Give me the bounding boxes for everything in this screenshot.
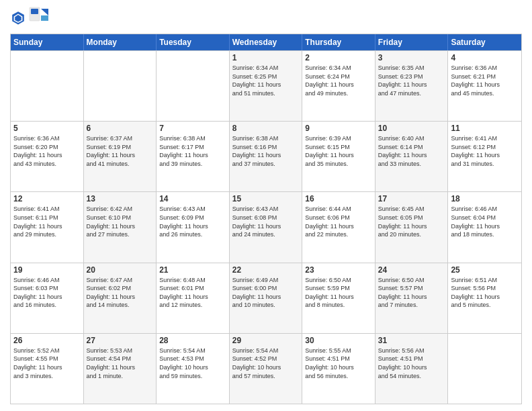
calendar-cell-6: 6Sunrise: 6:37 AM Sunset: 6:19 PM Daylig…	[84, 122, 157, 191]
day-number: 15	[232, 194, 300, 203]
day-number: 24	[378, 265, 445, 275]
calendar-cell-10: 10Sunrise: 6:40 AM Sunset: 6:14 PM Dayli…	[375, 122, 449, 191]
day-number: 16	[305, 194, 372, 203]
cell-info: Sunrise: 6:36 AM Sunset: 6:21 PM Dayligh…	[451, 64, 519, 97]
day-number: 21	[159, 265, 226, 275]
cell-info: Sunrise: 6:38 AM Sunset: 6:16 PM Dayligh…	[232, 134, 300, 168]
logo-svg	[29, 7, 50, 28]
day-number: 20	[87, 265, 154, 275]
calendar-cell-2: 2Sunrise: 6:34 AM Sunset: 6:24 PM Daylig…	[302, 51, 375, 121]
day-number: 31	[378, 336, 445, 345]
day-number: 26	[13, 336, 81, 345]
calendar-cell-19: 19Sunrise: 6:46 AM Sunset: 6:03 PM Dayli…	[11, 263, 84, 333]
calendar-cell-14: 14Sunrise: 6:43 AM Sunset: 6:09 PM Dayli…	[157, 192, 230, 262]
day-number: 12	[13, 194, 81, 203]
cell-info: Sunrise: 5:53 AM Sunset: 4:54 PM Dayligh…	[87, 347, 154, 380]
calendar-cell-3: 3Sunrise: 6:35 AM Sunset: 6:23 PM Daylig…	[375, 51, 449, 121]
day-number: 7	[159, 124, 226, 133]
calendar-cell-20: 20Sunrise: 6:47 AM Sunset: 6:02 PM Dayli…	[84, 263, 157, 333]
day-number: 19	[13, 265, 81, 275]
cell-info: Sunrise: 6:44 AM Sunset: 6:06 PM Dayligh…	[305, 205, 372, 238]
day-number: 18	[451, 194, 519, 203]
cell-info: Sunrise: 6:48 AM Sunset: 6:01 PM Dayligh…	[159, 276, 226, 310]
calendar-cell-12: 12Sunrise: 6:41 AM Sunset: 6:11 PM Dayli…	[11, 192, 84, 262]
cell-info: Sunrise: 6:51 AM Sunset: 5:56 PM Dayligh…	[451, 276, 519, 310]
header	[10, 7, 522, 28]
day-header-tuesday: Tuesday	[157, 34, 230, 50]
cell-info: Sunrise: 6:40 AM Sunset: 6:14 PM Dayligh…	[378, 134, 445, 168]
calendar-cell-15: 15Sunrise: 6:43 AM Sunset: 6:08 PM Dayli…	[230, 192, 303, 262]
day-header-saturday: Saturday	[448, 34, 521, 50]
calendar-cell-26: 26Sunrise: 5:52 AM Sunset: 4:55 PM Dayli…	[11, 334, 84, 404]
day-number: 17	[378, 194, 445, 203]
cell-info: Sunrise: 6:49 AM Sunset: 6:00 PM Dayligh…	[232, 276, 300, 310]
calendar-cell-9: 9Sunrise: 6:39 AM Sunset: 6:15 PM Daylig…	[302, 122, 375, 191]
calendar-cell-17: 17Sunrise: 6:45 AM Sunset: 6:05 PM Dayli…	[375, 192, 449, 262]
day-number: 6	[87, 124, 154, 133]
cell-info: Sunrise: 6:34 AM Sunset: 6:25 PM Dayligh…	[232, 64, 300, 97]
calendar-cell-25: 25Sunrise: 6:51 AM Sunset: 5:56 PM Dayli…	[448, 263, 521, 333]
day-number: 8	[232, 124, 300, 133]
calendar-cell-empty-0-2	[157, 51, 230, 121]
day-number: 5	[13, 124, 81, 133]
day-number: 10	[378, 124, 445, 133]
calendar-cell-23: 23Sunrise: 6:50 AM Sunset: 5:59 PM Dayli…	[302, 263, 375, 333]
calendar-cell-7: 7Sunrise: 6:38 AM Sunset: 6:17 PM Daylig…	[157, 122, 230, 191]
logo	[10, 7, 52, 28]
cell-info: Sunrise: 5:54 AM Sunset: 4:53 PM Dayligh…	[159, 347, 226, 380]
cell-info: Sunrise: 5:52 AM Sunset: 4:55 PM Dayligh…	[13, 347, 81, 380]
svg-rect-5	[31, 9, 38, 14]
day-number: 14	[159, 194, 226, 203]
calendar-cell-18: 18Sunrise: 6:46 AM Sunset: 6:04 PM Dayli…	[448, 192, 521, 262]
cell-info: Sunrise: 6:46 AM Sunset: 6:03 PM Dayligh…	[13, 276, 81, 310]
cell-info: Sunrise: 6:34 AM Sunset: 6:24 PM Dayligh…	[305, 64, 372, 97]
calendar-cell-1: 1Sunrise: 6:34 AM Sunset: 6:25 PM Daylig…	[230, 51, 303, 121]
calendar-cell-16: 16Sunrise: 6:44 AM Sunset: 6:06 PM Dayli…	[302, 192, 375, 262]
calendar-row-2: 12Sunrise: 6:41 AM Sunset: 6:11 PM Dayli…	[11, 191, 521, 262]
calendar-cell-empty-0-1	[84, 51, 157, 121]
day-number: 25	[451, 265, 519, 275]
cell-info: Sunrise: 6:45 AM Sunset: 6:05 PM Dayligh…	[378, 205, 445, 238]
day-header-monday: Monday	[84, 34, 157, 50]
day-number: 4	[451, 53, 519, 62]
day-header-friday: Friday	[375, 34, 449, 50]
cell-info: Sunrise: 6:42 AM Sunset: 6:10 PM Dayligh…	[87, 205, 154, 238]
day-number: 13	[87, 194, 154, 203]
cell-info: Sunrise: 6:50 AM Sunset: 5:57 PM Dayligh…	[378, 276, 445, 310]
cell-info: Sunrise: 6:36 AM Sunset: 6:20 PM Dayligh…	[13, 134, 81, 168]
day-number: 9	[305, 124, 372, 133]
calendar-cell-21: 21Sunrise: 6:48 AM Sunset: 6:01 PM Dayli…	[157, 263, 230, 333]
cell-info: Sunrise: 6:37 AM Sunset: 6:19 PM Dayligh…	[87, 134, 154, 168]
page: SundayMondayTuesdayWednesdayThursdayFrid…	[0, 0, 532, 411]
logo-text	[29, 7, 52, 28]
calendar-body: 1Sunrise: 6:34 AM Sunset: 6:25 PM Daylig…	[11, 50, 521, 404]
day-number: 11	[451, 124, 519, 133]
calendar-cell-11: 11Sunrise: 6:41 AM Sunset: 6:12 PM Dayli…	[448, 122, 521, 191]
cell-info: Sunrise: 5:54 AM Sunset: 4:52 PM Dayligh…	[232, 347, 300, 380]
calendar-cell-31: 31Sunrise: 5:56 AM Sunset: 4:51 PM Dayli…	[375, 334, 449, 404]
cell-info: Sunrise: 6:46 AM Sunset: 6:04 PM Dayligh…	[451, 205, 519, 238]
calendar-cell-29: 29Sunrise: 5:54 AM Sunset: 4:52 PM Dayli…	[230, 334, 303, 404]
calendar-row-3: 19Sunrise: 6:46 AM Sunset: 6:03 PM Dayli…	[11, 263, 521, 333]
day-header-thursday: Thursday	[302, 34, 375, 50]
calendar-cell-27: 27Sunrise: 5:53 AM Sunset: 4:54 PM Dayli…	[84, 334, 157, 404]
day-header-sunday: Sunday	[11, 34, 84, 50]
calendar: SundayMondayTuesdayWednesdayThursdayFrid…	[10, 34, 522, 404]
day-number: 3	[378, 53, 445, 62]
cell-info: Sunrise: 6:47 AM Sunset: 6:02 PM Dayligh…	[87, 276, 154, 310]
day-number: 27	[87, 336, 154, 345]
calendar-cell-5: 5Sunrise: 6:36 AM Sunset: 6:20 PM Daylig…	[11, 122, 84, 191]
calendar-cell-30: 30Sunrise: 5:55 AM Sunset: 4:51 PM Dayli…	[302, 334, 375, 404]
cell-info: Sunrise: 6:41 AM Sunset: 6:11 PM Dayligh…	[13, 205, 81, 238]
cell-info: Sunrise: 5:55 AM Sunset: 4:51 PM Dayligh…	[305, 347, 372, 380]
calendar-cell-28: 28Sunrise: 5:54 AM Sunset: 4:53 PM Dayli…	[157, 334, 230, 404]
calendar-row-1: 5Sunrise: 6:36 AM Sunset: 6:20 PM Daylig…	[11, 121, 521, 191]
cell-info: Sunrise: 6:43 AM Sunset: 6:09 PM Dayligh…	[159, 205, 226, 238]
calendar-cell-22: 22Sunrise: 6:49 AM Sunset: 6:00 PM Dayli…	[230, 263, 303, 333]
calendar-row-0: 1Sunrise: 6:34 AM Sunset: 6:25 PM Daylig…	[11, 50, 521, 121]
cell-info: Sunrise: 6:41 AM Sunset: 6:12 PM Dayligh…	[451, 134, 519, 168]
day-number: 2	[305, 53, 372, 62]
calendar-cell-empty-4-6	[448, 334, 521, 404]
cell-info: Sunrise: 6:38 AM Sunset: 6:17 PM Dayligh…	[159, 134, 226, 168]
day-number: 29	[232, 336, 300, 345]
